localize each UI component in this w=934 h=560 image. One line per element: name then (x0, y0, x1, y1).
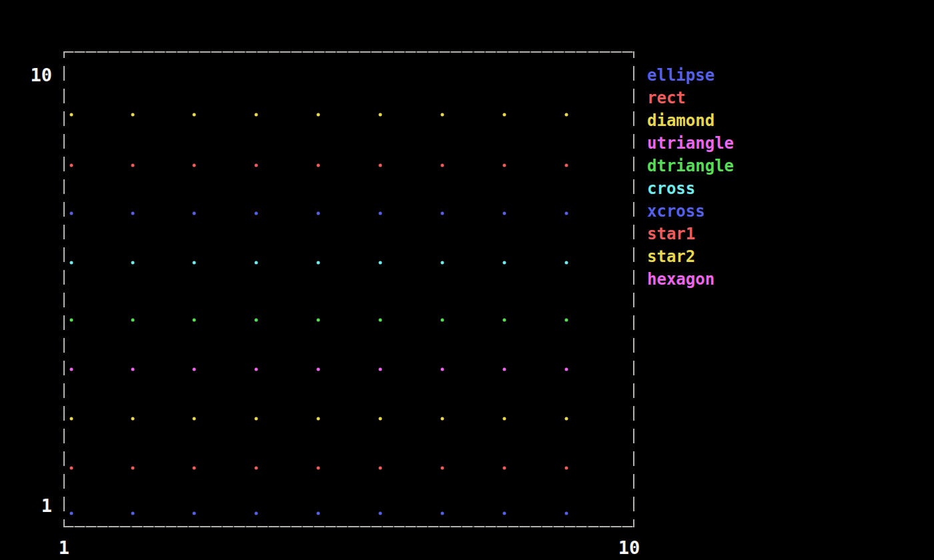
x-axis-tick-label-left: 1 (44, 539, 84, 557)
scatter-point-xcross (379, 212, 382, 215)
scatter-point-ellipse (503, 512, 506, 515)
scatter-point-star1 (441, 164, 444, 167)
legend-item-cross: cross (647, 177, 734, 200)
scatter-point-star2 (131, 113, 135, 117)
plot-frame-right-border (633, 51, 634, 527)
scatter-point-star2 (255, 113, 258, 117)
scatter-point-diamond (379, 417, 382, 421)
scatter-point-ellipse (565, 512, 568, 515)
terminal-plot-screen: 10 1 1 10 ellipserectdiamondutriangledtr… (0, 0, 934, 560)
y-axis-tick-label-bottom: 1 (19, 497, 52, 515)
scatter-point-dtriangle (441, 319, 444, 322)
scatter-point-utriangle (565, 368, 568, 371)
scatter-point-rect (255, 467, 258, 470)
scatter-point-diamond (503, 417, 506, 421)
legend-item-hexagon: hexagon (647, 268, 734, 291)
legend-item-ellipse: ellipse (647, 64, 734, 87)
legend-item-rect: rect (647, 87, 734, 109)
legend-item-diamond: diamond (647, 109, 734, 132)
scatter-point-star1 (193, 164, 196, 167)
scatter-point-dtriangle (255, 319, 258, 322)
scatter-point-ellipse (255, 512, 258, 515)
legend-item-dtriangle: dtriangle (647, 155, 734, 177)
scatter-point-dtriangle (379, 319, 382, 322)
scatter-point-star1 (565, 164, 568, 167)
legend-item-utriangle: utriangle (647, 132, 734, 155)
legend-item-star1: star1 (647, 223, 734, 245)
scatter-point-dtriangle (503, 319, 506, 322)
scatter-point-rect (503, 467, 506, 470)
scatter-point-cross (441, 261, 444, 265)
scatter-point-star2 (503, 113, 506, 117)
scatter-point-diamond (441, 417, 444, 421)
scatter-point-xcross (565, 212, 568, 215)
scatter-point-star1 (503, 164, 506, 167)
scatter-point-ellipse (70, 512, 73, 515)
scatter-point-xcross (70, 212, 73, 215)
scatter-point-star1 (70, 164, 73, 167)
scatter-point-utriangle (193, 368, 196, 371)
scatter-point-star1 (255, 164, 258, 167)
scatter-point-star2 (565, 113, 568, 117)
scatter-point-cross (565, 261, 568, 265)
scatter-point-xcross (317, 212, 320, 215)
scatter-point-star1 (131, 164, 135, 167)
plot-frame-top-border (63, 51, 634, 53)
scatter-point-rect (70, 467, 73, 470)
legend-item-star2: star2 (647, 245, 734, 268)
scatter-point-xcross (193, 212, 196, 215)
scatter-point-xcross (441, 212, 444, 215)
scatter-point-ellipse (441, 512, 444, 515)
scatter-point-utriangle (379, 368, 382, 371)
scatter-point-rect (193, 467, 196, 470)
legend-item-xcross: xcross (647, 200, 734, 223)
scatter-point-cross (131, 261, 135, 265)
scatter-point-diamond (565, 417, 568, 421)
scatter-point-utriangle (317, 368, 320, 371)
y-axis-tick-label-top: 10 (19, 66, 52, 85)
scatter-point-cross (255, 261, 258, 265)
scatter-point-ellipse (317, 512, 320, 515)
scatter-point-star2 (70, 113, 73, 117)
scatter-point-cross (503, 261, 506, 265)
scatter-point-rect (565, 467, 568, 470)
scatter-point-dtriangle (317, 319, 320, 322)
scatter-point-dtriangle (193, 319, 196, 322)
scatter-point-cross (70, 261, 73, 265)
scatter-point-rect (317, 467, 320, 470)
scatter-point-diamond (255, 417, 258, 421)
scatter-point-star2 (193, 113, 196, 117)
scatter-point-star1 (317, 164, 320, 167)
scatter-point-dtriangle (565, 319, 568, 322)
scatter-point-xcross (131, 212, 135, 215)
legend: ellipserectdiamondutriangledtrianglecros… (647, 64, 734, 291)
scatter-point-rect (131, 467, 135, 470)
scatter-point-ellipse (379, 512, 382, 515)
scatter-point-star2 (317, 113, 320, 117)
scatter-point-cross (193, 261, 196, 265)
scatter-point-dtriangle (70, 319, 73, 322)
scatter-point-diamond (317, 417, 320, 421)
scatter-point-star1 (379, 164, 382, 167)
scatter-point-cross (317, 261, 320, 265)
scatter-point-utriangle (131, 368, 135, 371)
scatter-point-utriangle (503, 368, 506, 371)
scatter-point-rect (441, 467, 444, 470)
scatter-point-star2 (441, 113, 444, 117)
scatter-point-xcross (255, 212, 258, 215)
scatter-point-diamond (131, 417, 135, 421)
plot-area (63, 51, 634, 527)
scatter-point-utriangle (441, 368, 444, 371)
scatter-point-ellipse (193, 512, 196, 515)
scatter-point-star2 (379, 113, 382, 117)
scatter-point-utriangle (255, 368, 258, 371)
scatter-point-diamond (193, 417, 196, 421)
scatter-point-rect (379, 467, 382, 470)
plot-frame-left-border (63, 51, 65, 527)
scatter-point-diamond (70, 417, 73, 421)
x-axis-tick-label-right: 10 (609, 539, 649, 557)
plot-frame-bottom-border (63, 526, 634, 527)
scatter-point-utriangle (70, 368, 73, 371)
scatter-point-cross (379, 261, 382, 265)
scatter-point-xcross (503, 212, 506, 215)
